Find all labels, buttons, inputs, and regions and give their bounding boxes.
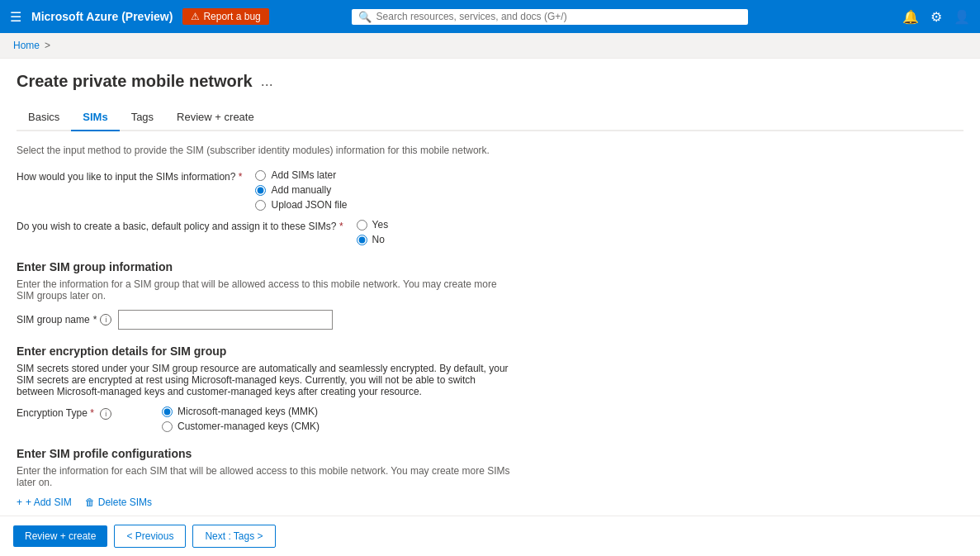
- encryption-radio-group: Microsoft-managed keys (MMK) Customer-ma…: [162, 406, 320, 432]
- tab-basics[interactable]: Basics: [17, 104, 71, 131]
- sim-group-name-input[interactable]: [118, 310, 333, 330]
- radio-mmk[interactable]: [162, 406, 173, 417]
- option-mmk[interactable]: Microsoft-managed keys (MMK): [162, 406, 320, 417]
- option-add-manually[interactable]: Add manually: [255, 184, 347, 196]
- top-nav: ☰ Microsoft Azure (Preview) ⚠ Report a b…: [0, 0, 980, 33]
- basic-policy-radio-group: Yes No: [357, 219, 389, 245]
- breadcrumb-separator: >: [45, 40, 50, 51]
- basic-policy-row: Do you wish to create a basic, default p…: [17, 219, 963, 245]
- required-marker: *: [239, 171, 243, 183]
- tabs: Basics SIMs Tags Review + create: [17, 104, 963, 131]
- page-content: Create private mobile network ... Basics…: [0, 59, 980, 550]
- basic-policy-label: Do you wish to create a basic, default p…: [17, 219, 343, 232]
- user-icon[interactable]: 👤: [954, 9, 970, 25]
- delete-icon: 🗑: [85, 497, 95, 508]
- sim-profile-desc: Enter the information for each SIM that …: [17, 465, 512, 488]
- next-button[interactable]: Next : Tags >: [192, 525, 275, 548]
- tab-tags[interactable]: Tags: [120, 104, 165, 131]
- encryption-type-row: Encryption Type * i Microsoft-managed ke…: [17, 406, 963, 432]
- settings-icon[interactable]: ⚙: [930, 9, 942, 25]
- input-method-row: How would you like to input the SIMs inf…: [17, 169, 963, 211]
- option-upload-json[interactable]: Upload JSON file: [255, 199, 347, 211]
- option-yes[interactable]: Yes: [357, 219, 389, 230]
- brand-label: Microsoft Azure (Preview): [31, 10, 173, 23]
- encryption-header: Enter encryption details for SIM group: [17, 345, 963, 358]
- add-sim-button[interactable]: + + Add SIM: [17, 497, 72, 508]
- delete-sims-button[interactable]: 🗑 Delete SIMs: [85, 497, 152, 508]
- sim-group-name-row: SIM group name * i: [17, 310, 963, 330]
- option-add-later[interactable]: Add SIMs later: [255, 169, 347, 181]
- hamburger-icon[interactable]: ☰: [10, 9, 21, 25]
- radio-cmk[interactable]: [162, 421, 173, 432]
- page-title: Create private mobile network: [17, 72, 253, 91]
- review-create-button[interactable]: Review + create: [13, 525, 107, 547]
- previous-button[interactable]: < Previous: [114, 525, 186, 548]
- option-no[interactable]: No: [357, 234, 389, 245]
- radio-upload-json[interactable]: [255, 200, 266, 211]
- radio-no[interactable]: [357, 235, 367, 245]
- bottom-bar: Review + create < Previous Next : Tags >: [0, 516, 980, 550]
- bug-icon: ⚠: [191, 11, 200, 22]
- add-icon: +: [17, 497, 22, 508]
- encryption-info-icon[interactable]: i: [100, 408, 111, 420]
- sim-actions: + + Add SIM 🗑 Delete SIMs: [17, 497, 963, 508]
- sims-intro: Select the input method to provide the S…: [17, 145, 512, 156]
- sim-group-name-label: SIM group name * i: [17, 314, 111, 326]
- search-icon: 🔍: [358, 11, 372, 23]
- search-bar: 🔍: [352, 9, 748, 25]
- input-method-radio-group: Add SIMs later Add manually Upload JSON …: [255, 169, 347, 211]
- radio-add-later[interactable]: [255, 170, 266, 181]
- sim-group-desc: Enter the information for a SIM group th…: [17, 278, 512, 302]
- report-bug-button[interactable]: ⚠ Report a bug: [182, 8, 268, 25]
- breadcrumb: Home >: [0, 33, 980, 59]
- breadcrumb-home[interactable]: Home: [13, 40, 40, 51]
- sim-group-header: Enter SIM group information: [17, 260, 963, 273]
- radio-add-manually[interactable]: [255, 185, 266, 196]
- nav-icons: 🔔 ⚙ 👤: [902, 9, 970, 25]
- sim-profile-header: Enter SIM profile configurations: [17, 447, 963, 460]
- tab-review-create[interactable]: Review + create: [165, 104, 266, 131]
- notifications-icon[interactable]: 🔔: [902, 9, 919, 25]
- encryption-desc: SIM secrets stored under your SIM group …: [17, 363, 512, 397]
- sim-group-info-icon[interactable]: i: [100, 314, 111, 326]
- search-input[interactable]: [376, 11, 741, 22]
- page-title-more-icon[interactable]: ...: [261, 73, 273, 90]
- tab-sims[interactable]: SIMs: [71, 104, 119, 131]
- page-title-row: Create private mobile network ...: [17, 72, 963, 91]
- encryption-type-label: Encryption Type * i: [17, 406, 149, 420]
- input-method-label: How would you like to input the SIMs inf…: [17, 169, 242, 183]
- option-cmk[interactable]: Customer-managed keys (CMK): [162, 421, 320, 432]
- radio-yes[interactable]: [357, 220, 367, 230]
